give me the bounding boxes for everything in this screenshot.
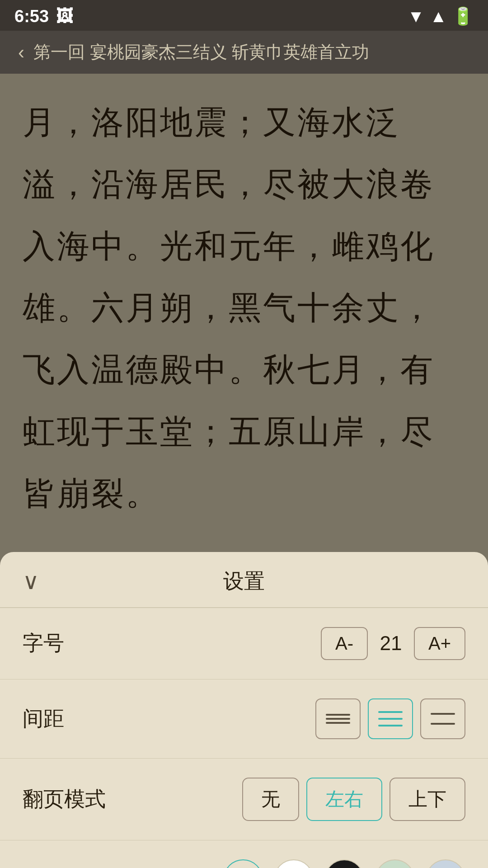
reading-text: 月，洛阳地震；又海水泛溢，沿海居民，尽被大浪卷入海中。光和元年，雌鸡化雄。六月朔… bbox=[23, 92, 465, 525]
spacing-label: 间距 bbox=[23, 705, 64, 733]
image-icon: 🖼 bbox=[56, 7, 73, 26]
back-button[interactable]: ‹ bbox=[18, 42, 24, 63]
wifi-icon: ▼ bbox=[408, 7, 425, 26]
page-mode-row: 翻页模式 无 左右 上下 bbox=[0, 759, 488, 840]
battery-icon: 🔋 bbox=[452, 6, 474, 26]
status-time: 6:53 bbox=[14, 7, 49, 26]
spacing-medium-button[interactable] bbox=[368, 698, 413, 739]
status-left: 6:53 🖼 bbox=[14, 7, 73, 26]
swatch-blue[interactable] bbox=[426, 859, 465, 868]
page-mode-label: 翻页模式 bbox=[23, 785, 106, 813]
page-mode-ud-button[interactable]: 上下 bbox=[389, 778, 465, 821]
font-size-value: 21 bbox=[375, 632, 407, 655]
background-row: 背景 bbox=[0, 840, 488, 868]
loose-lines-icon bbox=[431, 713, 455, 725]
swatch-white[interactable] bbox=[274, 859, 314, 868]
line1 bbox=[431, 713, 455, 715]
line3 bbox=[378, 725, 403, 726]
tight-lines-icon bbox=[326, 714, 350, 724]
line2 bbox=[326, 718, 350, 720]
swatch-green[interactable] bbox=[375, 859, 415, 868]
background-swatches bbox=[223, 859, 465, 868]
settings-header: ∨ 设置 bbox=[0, 552, 488, 608]
medium-lines-icon bbox=[378, 711, 403, 726]
settings-panel: ∨ 设置 字号 A- 21 A+ 间距 bbox=[0, 552, 488, 868]
swatch-beige[interactable] bbox=[223, 859, 263, 868]
line3 bbox=[326, 722, 350, 724]
status-bar: 6:53 🖼 ▼ ▲ 🔋 bbox=[0, 0, 488, 31]
font-size-row: 字号 A- 21 A+ bbox=[0, 608, 488, 679]
page-mode-none-button[interactable]: 无 bbox=[242, 778, 299, 821]
line2 bbox=[378, 718, 403, 720]
settings-title: 设置 bbox=[223, 567, 265, 595]
reading-content: 月，洛阳地震；又海水泛溢，沿海居民，尽被大浪卷入海中。光和元年，雌鸡化雄。六月朔… bbox=[0, 74, 488, 552]
font-size-controls: A- 21 A+ bbox=[321, 627, 465, 660]
font-size-label: 字号 bbox=[23, 629, 64, 657]
status-right: ▼ ▲ 🔋 bbox=[408, 6, 474, 26]
spacing-controls bbox=[315, 698, 465, 739]
close-settings-button[interactable]: ∨ bbox=[23, 568, 39, 594]
spacing-row: 间距 bbox=[0, 679, 488, 759]
swatch-black[interactable] bbox=[324, 859, 364, 868]
page-mode-controls: 无 左右 上下 bbox=[242, 778, 465, 821]
signal-icon: ▲ bbox=[430, 7, 447, 26]
spacing-loose-button[interactable] bbox=[420, 698, 465, 739]
spacing-tight-button[interactable] bbox=[315, 698, 361, 739]
line2 bbox=[431, 723, 455, 725]
background-label: 背景 bbox=[23, 865, 64, 868]
page-mode-lr-button[interactable]: 左右 bbox=[306, 778, 382, 821]
chapter-title: 第一回 宴桃园豪杰三结义 斩黄巾英雄首立功 bbox=[33, 41, 369, 64]
line1 bbox=[378, 711, 403, 713]
chapter-header: ‹ 第一回 宴桃园豪杰三结义 斩黄巾英雄首立功 bbox=[0, 31, 488, 74]
font-increase-button[interactable]: A+ bbox=[414, 627, 465, 660]
font-decrease-button[interactable]: A- bbox=[321, 627, 368, 660]
line1 bbox=[326, 714, 350, 716]
